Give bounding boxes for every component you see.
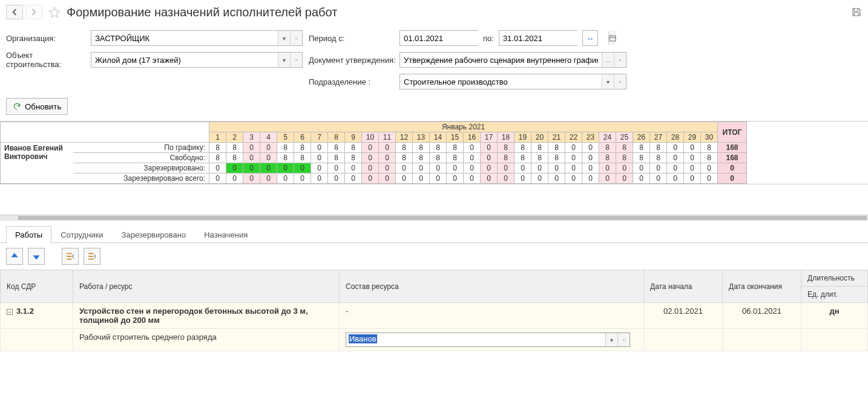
- calendar-cell[interactable]: 0: [599, 174, 616, 184]
- calendar-cell[interactable]: 8: [430, 143, 447, 153]
- col-resource[interactable]: Состав ресурса: [340, 270, 644, 303]
- cell-open-icon[interactable]: ▫: [617, 333, 630, 346]
- dept-open-icon[interactable]: ▫: [614, 74, 626, 89]
- calendar-cell[interactable]: 8: [396, 143, 413, 153]
- calendar-cell[interactable]: 8: [396, 153, 413, 163]
- org-dropdown-icon[interactable]: ▾: [278, 31, 290, 45]
- calendar-cell[interactable]: 0: [599, 163, 616, 174]
- calendar-cell[interactable]: 0: [379, 174, 396, 184]
- calendar-cell[interactable]: 8: [498, 153, 515, 163]
- resource-composition-input[interactable]: Иванов ▾ ▫: [346, 332, 630, 347]
- calendar-cell[interactable]: 0: [616, 174, 633, 184]
- obj-dropdown-icon[interactable]: ▾: [278, 53, 290, 67]
- calendar-cell[interactable]: 0: [548, 174, 565, 184]
- calendar-cell[interactable]: 0: [582, 174, 599, 184]
- calendar-cell[interactable]: 0: [481, 163, 498, 174]
- doc-input[interactable]: [400, 53, 602, 67]
- calendar-cell[interactable]: 8: [447, 153, 464, 163]
- col-sdr[interactable]: Код СДР: [1, 270, 73, 303]
- calendar-cell[interactable]: 8: [515, 153, 531, 163]
- tab-employees[interactable]: Сотрудники: [51, 226, 112, 243]
- calendar-cell[interactable]: 0: [565, 174, 582, 184]
- expand-toggle-icon[interactable]: −: [7, 309, 13, 315]
- calendar-cell[interactable]: 0: [243, 163, 260, 174]
- calendar-cell[interactable]: 8: [650, 143, 667, 153]
- calendar-cell[interactable]: 0: [379, 163, 396, 174]
- calendar-cell[interactable]: 0: [667, 163, 684, 174]
- calendar-cell[interactable]: 0: [311, 163, 328, 174]
- calendar-cell[interactable]: 0: [396, 163, 413, 174]
- calendar-cell[interactable]: 8: [531, 153, 548, 163]
- org-open-icon[interactable]: ▫: [290, 31, 302, 45]
- nav-fwd-button[interactable]: [25, 5, 42, 19]
- tab-assignments[interactable]: Назначения: [195, 226, 257, 243]
- calendar-cell[interactable]: 8: [328, 153, 345, 163]
- calendar-cell[interactable]: 8: [515, 143, 531, 153]
- calendar-cell[interactable]: 8: [616, 153, 633, 163]
- cell-dropdown-icon[interactable]: ▾: [605, 333, 617, 346]
- col-start[interactable]: Дата начала: [644, 270, 723, 303]
- doc-open-icon[interactable]: ▫: [614, 53, 626, 67]
- calendar-cell[interactable]: 0: [226, 174, 243, 184]
- calendar-cell[interactable]: 0: [413, 163, 430, 174]
- calendar-cell[interactable]: 0: [616, 163, 633, 174]
- calendar-cell[interactable]: 0: [684, 163, 701, 174]
- calendar-cell[interactable]: 8: [650, 153, 667, 163]
- calendar-cell[interactable]: 0: [379, 153, 396, 163]
- calendar-cell[interactable]: 8: [345, 153, 362, 163]
- calendar-cell[interactable]: 8: [548, 143, 565, 153]
- col-end[interactable]: Дата окончания: [723, 270, 801, 303]
- collapse-button[interactable]: [62, 248, 79, 265]
- calendar-cell[interactable]: 0: [447, 174, 464, 184]
- calendar-cell[interactable]: 0: [464, 163, 481, 174]
- calendar-cell[interactable]: 0: [650, 163, 667, 174]
- calendar-cell[interactable]: 0: [582, 163, 599, 174]
- calendar-cell[interactable]: 0: [667, 174, 684, 184]
- calendar-cell[interactable]: 0: [209, 163, 226, 174]
- calendar-cell[interactable]: 0: [498, 174, 515, 184]
- calendar-cell[interactable]: 8: [616, 143, 633, 153]
- swap-period-button[interactable]: ↔: [582, 30, 598, 46]
- calendar-cell[interactable]: 0: [243, 143, 260, 153]
- calendar-cell[interactable]: 8: [413, 143, 430, 153]
- calendar-cell[interactable]: 0: [464, 153, 481, 163]
- calendar-cell[interactable]: 0: [481, 174, 498, 184]
- calendar-cell[interactable]: 0: [430, 174, 447, 184]
- calendar-cell[interactable]: 0: [515, 174, 531, 184]
- move-up-button[interactable]: [6, 248, 23, 265]
- calendar-cell[interactable]: 0: [481, 153, 498, 163]
- calendar-cell[interactable]: 8: [277, 143, 294, 153]
- calendar-cell[interactable]: 0: [633, 174, 650, 184]
- calendar-cell[interactable]: 0: [294, 163, 311, 174]
- calendar-cell[interactable]: 8: [599, 143, 616, 153]
- calendar-cell[interactable]: 0: [328, 174, 345, 184]
- calendar-cell[interactable]: 0: [464, 143, 481, 153]
- obj-open-icon[interactable]: ▫: [290, 53, 302, 67]
- calendar-cell[interactable]: 0: [379, 143, 396, 153]
- calendar-cell[interactable]: 0: [396, 174, 413, 184]
- calendar-cell[interactable]: 8: [447, 143, 464, 153]
- calendar-cell[interactable]: 0: [243, 174, 260, 184]
- calendar-cell[interactable]: 0: [311, 174, 328, 184]
- dept-input[interactable]: [400, 74, 602, 89]
- calendar-cell[interactable]: 8: [345, 143, 362, 153]
- calendar-cell[interactable]: 0: [498, 163, 515, 174]
- calendar-cell[interactable]: 0: [565, 163, 582, 174]
- calendar-cell[interactable]: 0: [565, 153, 582, 163]
- calendar-cell[interactable]: 0: [260, 143, 277, 153]
- calendar-cell[interactable]: 0: [633, 163, 650, 174]
- calendar-cell[interactable]: 0: [481, 143, 498, 153]
- calendar-cell[interactable]: 0: [362, 163, 379, 174]
- calendar-cell[interactable]: 0: [260, 163, 277, 174]
- calendar-cell[interactable]: 0: [447, 163, 464, 174]
- calendar-cell[interactable]: 0: [226, 163, 243, 174]
- calendar-cell[interactable]: 8: [701, 153, 718, 163]
- favorite-icon[interactable]: [48, 6, 61, 18]
- calendar-cell[interactable]: 0: [684, 153, 701, 163]
- calendar-cell[interactable]: 0: [684, 143, 701, 153]
- calendar-cell[interactable]: 0: [565, 143, 582, 153]
- dept-dropdown-icon[interactable]: ▾: [602, 74, 614, 89]
- calendar-cell[interactable]: 0: [362, 174, 379, 184]
- move-down-button[interactable]: [28, 248, 45, 265]
- calendar-cell[interactable]: 0: [548, 163, 565, 174]
